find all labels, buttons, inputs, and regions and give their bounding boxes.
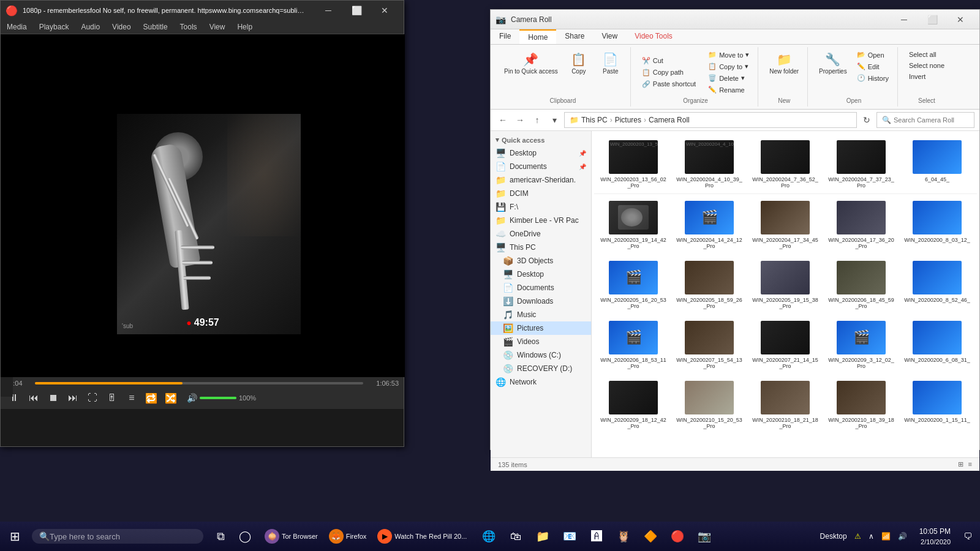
fe-back-button[interactable]: ← <box>496 113 510 127</box>
sidebar-item-music[interactable]: 🎵 Music <box>491 308 591 321</box>
vlc-prev-button[interactable]: ⏮ <box>25 389 42 407</box>
breadcrumb-pictures[interactable]: Pictures <box>615 116 641 124</box>
fe-edit-button[interactable]: ✏️ Edit <box>853 61 892 72</box>
file-item-top1[interactable]: WIN_20200203_13_56_02 WIN_20200203_13_56… <box>597 136 670 191</box>
vlc-menu-help[interactable]: Help <box>231 20 258 34</box>
taskbar-store-icon[interactable]: 🛍 <box>503 524 528 549</box>
taskbar-desktop-label[interactable]: Desktop <box>818 531 850 542</box>
fe-delete-button[interactable]: 🗑️ Delete ▾ <box>704 73 753 83</box>
fe-tab-home[interactable]: Home <box>519 29 556 44</box>
taskbar-network-icon[interactable]: 📶 <box>879 531 893 542</box>
taskbar-chevron-icon[interactable]: ∧ <box>866 531 876 542</box>
fe-move-to-button[interactable]: 📁 Move to ▾ <box>704 50 753 60</box>
fe-search-box[interactable]: 🔍 <box>876 112 974 128</box>
taskbar-tripadvisor-icon[interactable]: 🦉 <box>611 524 636 549</box>
sidebar-item-desktop-2[interactable]: 🖥️ Desktop <box>491 268 591 281</box>
taskbar-notification-icon[interactable]: 🗨 <box>960 529 975 544</box>
vlc-menu-view[interactable]: View <box>203 20 232 34</box>
sidebar-item-onedrive[interactable]: ☁️ OneDrive <box>491 227 591 241</box>
fe-up-button[interactable]: ↑ <box>530 113 545 127</box>
sidebar-item-dcim[interactable]: 📁 DCIM <box>491 187 591 200</box>
sidebar-item-pictures[interactable]: 🖼️ Pictures <box>491 321 591 335</box>
taskbar-edge-icon[interactable]: 🌐 <box>477 524 501 549</box>
taskbar-folder-icon[interactable]: 📁 <box>530 524 555 549</box>
file-item-top4[interactable]: WIN_20200204_7_37_23_Pro <box>824 136 898 191</box>
sidebar-item-documents-1[interactable]: 📄 Documents 📌 <box>491 160 591 173</box>
vlc-volume-bar[interactable] <box>200 397 236 399</box>
fe-refresh-button[interactable]: ↻ <box>859 113 874 127</box>
sidebar-item-thispc[interactable]: 🖥️ This PC <box>491 241 591 254</box>
fe-copy-path-button[interactable]: 📋 Copy path <box>638 67 699 78</box>
fe-copy-button[interactable]: 📋 Copy <box>564 50 594 77</box>
fe-rename-button[interactable]: ✏️ Rename <box>704 84 753 95</box>
taskbar-camera-icon[interactable]: 📷 <box>692 524 717 549</box>
vlc-shuffle-button[interactable]: 🔀 <box>162 389 179 407</box>
taskbar-virus-icon[interactable]: ⚠ <box>852 531 864 542</box>
sidebar-item-videos[interactable]: 🎬 Videos <box>491 335 591 348</box>
fe-history-button[interactable]: 🕐 History <box>853 73 892 83</box>
taskbar-search-input[interactable] <box>50 532 184 541</box>
taskbar-sound-icon[interactable]: 🔊 <box>895 531 910 542</box>
fe-recent-button[interactable]: ▾ <box>547 113 562 127</box>
fe-paste-shortcut-button[interactable]: 🔗 Paste shortcut <box>638 79 699 89</box>
taskbar-app-tor[interactable]: 🧅 Tor Browser <box>260 527 323 546</box>
fe-forward-button[interactable]: → <box>513 113 527 127</box>
vlc-menu-video[interactable]: Video <box>106 20 137 34</box>
vlc-menu-tools[interactable]: Tools <box>174 20 203 34</box>
fe-open-button[interactable]: 📂 Open <box>853 50 892 60</box>
sidebar-item-recovery-d[interactable]: 💿 RECOVERY (D:) <box>491 362 591 375</box>
fe-paste-button[interactable]: 📄 Paste <box>596 50 625 77</box>
file-item-14[interactable]: 🎬 WIN_20200209_3_12_02_Pro <box>824 317 898 372</box>
fe-tab-view[interactable]: View <box>593 29 626 44</box>
vlc-seekbar[interactable] <box>35 382 363 384</box>
taskbar-search-box[interactable]: 🔍 <box>32 529 203 544</box>
vlc-close-button[interactable]: ✕ <box>371 1 399 20</box>
vlc-fullscreen-button[interactable]: ⛶ <box>84 389 101 407</box>
taskbar-browser2-icon[interactable]: 🔶 <box>638 524 663 549</box>
file-item-4[interactable]: WIN_20200204_17_36_20_Pro <box>824 197 898 252</box>
fe-properties-button[interactable]: 🔧 Properties <box>815 50 851 83</box>
file-item-5[interactable]: WIN_20200200_8_03_12_ <box>900 197 974 252</box>
sidebar-item-network[interactable]: 🌐 Network <box>491 375 591 389</box>
vlc-playlist-button[interactable]: ≡ <box>123 389 140 407</box>
file-item-13[interactable]: WIN_20200207_21_14_15_Pro <box>748 317 822 372</box>
fe-tab-videotools[interactable]: Video Tools <box>626 29 681 44</box>
sidebar-item-kimber[interactable]: 📁 Kimber Lee - VR Pac <box>491 214 591 227</box>
vlc-menu-audio[interactable]: Audio <box>75 20 106 34</box>
fe-tab-file[interactable]: File <box>491 29 519 44</box>
vlc-maximize-button[interactable]: ⬜ <box>342 1 371 20</box>
vlc-stop-button[interactable]: ⏹ <box>45 389 62 407</box>
vlc-menu-playback[interactable]: Playback <box>33 20 75 34</box>
taskbar-app-redpill[interactable]: ▶ Watch The Red Pill 20... <box>372 527 472 546</box>
file-item-20[interactable]: WIN_20200200_1_15_11_ <box>900 377 974 432</box>
file-item-2[interactable]: 🎬 WIN_20200204_14_24_12_Pro <box>673 197 746 252</box>
fe-close-button[interactable]: ✕ <box>946 10 974 29</box>
sidebar-item-3dobjects[interactable]: 📦 3D Objects <box>491 254 591 268</box>
file-item-15[interactable]: WIN_20200200_6_08_31_ <box>900 317 974 372</box>
start-button[interactable]: ⊞ <box>0 522 29 551</box>
file-item-18[interactable]: WIN_20200210_18_21_18_Pro <box>748 377 822 432</box>
file-item-top2[interactable]: WIN_20200204_4_10_39 WIN_20200204_4_10_3… <box>673 136 746 191</box>
vlc-extended-button[interactable]: 🎚 <box>104 389 121 407</box>
file-item-10[interactable]: WIN_20200200_8_52_46_ <box>900 257 974 312</box>
taskbar-mail-icon[interactable]: 📧 <box>557 524 582 549</box>
fe-invert-button[interactable]: Invert <box>905 72 948 81</box>
vlc-minimize-button[interactable]: ─ <box>314 1 342 20</box>
sidebar-item-documents-2[interactable]: 📄 Documents <box>491 281 591 294</box>
taskbar-amazon-icon[interactable]: 🅰 <box>584 524 609 549</box>
fe-copy-to-button[interactable]: 📋 Copy to ▾ <box>704 61 753 72</box>
breadcrumb-cameraroll[interactable]: Camera Roll <box>649 116 690 124</box>
fe-select-all-button[interactable]: Select all <box>905 50 948 59</box>
fe-pin-button[interactable]: 📌 Pin to Quick access <box>500 50 562 77</box>
fe-select-none-button[interactable]: Select none <box>905 61 948 70</box>
fe-cut-button[interactable]: ✂️ Cut <box>638 56 699 66</box>
vlc-loop-button[interactable]: 🔁 <box>143 389 160 407</box>
fe-minimize-button[interactable]: ─ <box>890 10 918 29</box>
fe-maximize-button[interactable]: ⬜ <box>918 10 946 29</box>
file-item-top5[interactable]: 6_04_45_ <box>900 136 974 191</box>
file-item-19[interactable]: WIN_20200210_18_39_18_Pro <box>824 377 898 432</box>
fe-search-input[interactable] <box>894 116 967 124</box>
vlc-menu-subtitle[interactable]: Subtitle <box>137 20 174 34</box>
sidebar-item-downloads[interactable]: ⬇️ Downloads <box>491 294 591 308</box>
file-item-7[interactable]: WIN_20200205_18_59_26_Pro <box>673 257 746 312</box>
